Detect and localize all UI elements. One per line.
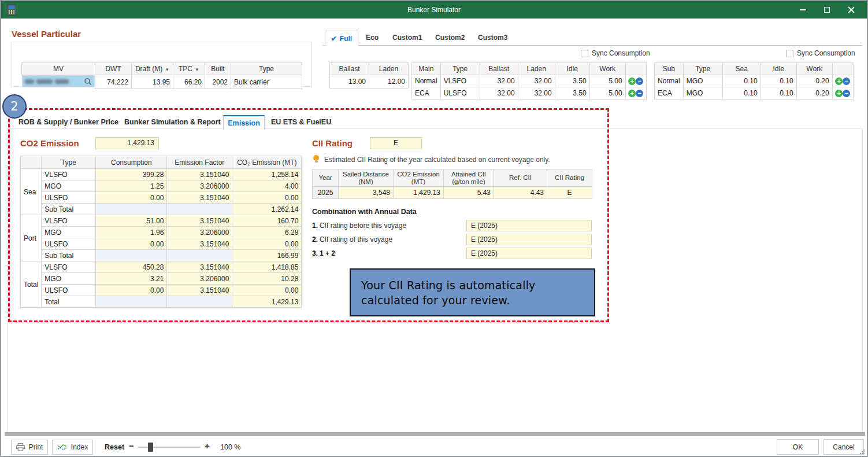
tab-custom2[interactable]: Custom2 [435, 34, 465, 42]
checkmark-icon: ✔ [331, 35, 337, 43]
dropdown-icon[interactable]: ▼ [165, 67, 169, 72]
search-icon[interactable] [84, 78, 92, 86]
tab-bunker-simulation[interactable]: Bunker Simulation & Report [124, 118, 221, 126]
col-dwt: DWT [95, 63, 132, 75]
group-sea: Sea [21, 169, 42, 215]
remove-row-icon[interactable]: − [843, 78, 850, 85]
index-chart-icon [57, 443, 67, 451]
sub-cons-row-normal: Normal MGO 0.10 0.10 0.20 +− [655, 75, 854, 87]
col-type: Type [231, 63, 302, 75]
remove-row-icon[interactable]: − [636, 78, 643, 85]
window-title: Bunker Simulator [1, 1, 867, 19]
maximize-button[interactable] [815, 1, 839, 19]
co2-emission-table: Type Consumption Emission Factor CO₂ Emi… [20, 156, 302, 308]
combination-label-1: 1.CII rating before this voyage [312, 222, 406, 230]
close-button[interactable] [839, 1, 863, 19]
cii-rating-title: CII Rating [312, 138, 353, 148]
vessel-draft: 13.95 [132, 75, 173, 89]
zoom-slider-handle[interactable] [148, 443, 153, 452]
tab-emission[interactable]: Emission [223, 115, 265, 130]
combination-value-3[interactable]: E (2025) [466, 248, 592, 259]
combination-value-2[interactable]: E (2025) [466, 234, 592, 245]
profile-tabs-divider [322, 45, 863, 46]
speed-table: Ballast Laden 13.00 12.00 [329, 62, 409, 89]
cii-attained[interactable]: 5.43 [444, 187, 494, 199]
sub-consumption-table: Sub Type Sea Idle Work Normal MGO 0.10 0… [654, 62, 854, 99]
table-row: Sub Total 1,262.14 [21, 204, 302, 215]
cii-rating-field[interactable]: E [370, 137, 422, 149]
printer-icon [16, 443, 25, 451]
annotation-step-badge: 2 [2, 94, 27, 119]
cii-rating-cell[interactable]: E [547, 187, 592, 199]
lightbulb-icon [313, 155, 319, 164]
tab-eco[interactable]: Eco [366, 34, 379, 42]
sub-cons-row-eca: ECA MGO 0.10 0.10 0.20 +− [655, 87, 854, 99]
combination-label-3: 3.1 + 2 [312, 249, 335, 257]
table-row: ULSFO 0.00 3.151040 0.00 [21, 238, 302, 250]
col-tpc[interactable]: TPC▼ [173, 63, 205, 75]
index-button[interactable]: Index [52, 440, 93, 455]
tab-full[interactable]: ✔ Full [325, 31, 358, 46]
add-row-icon[interactable]: + [628, 78, 636, 85]
dropdown-icon[interactable]: ▼ [195, 67, 199, 72]
ok-button[interactable]: OK [777, 439, 819, 455]
speed-ballast[interactable]: 13.00 [330, 75, 369, 89]
sync-consumption-main[interactable]: Sync Consumption [581, 49, 650, 57]
add-row-icon[interactable]: + [628, 90, 636, 97]
tab-eu-ets[interactable]: EU ETS & FuelEU [271, 118, 331, 126]
reset-button[interactable]: Reset [105, 443, 124, 451]
main-cons-row-eca: ECA ULSFO 32.00 32.00 3.50 5.00 +− [412, 87, 647, 99]
cii-table: Year Sailed Distance (NM) CO2 Emission (… [312, 169, 592, 199]
main-consumption-table: Main Type Ballast Laden Idle Work Normal… [411, 62, 647, 99]
co2-total-field[interactable]: 1,429.13 [95, 137, 159, 149]
cii-year: 2025 [313, 187, 339, 199]
cii-callout: Your CII Rating is automatically calcula… [350, 268, 595, 316]
horizontal-scrollbar[interactable] [5, 432, 865, 436]
tab-custom1[interactable]: Custom1 [392, 34, 422, 42]
resize-grip[interactable] [860, 449, 865, 454]
col-draft[interactable]: Draft (M)▼ [132, 63, 173, 75]
combination-title: Combination with Annual Data [312, 208, 417, 216]
vessel-name-field[interactable] [22, 75, 95, 87]
main-cons-row-normal: Normal VLSFO 32.00 32.00 3.50 5.00 +− [412, 75, 647, 87]
table-row: Port VLSFO 51.00 3.151040 160.70 [21, 215, 302, 227]
remove-row-icon[interactable]: − [843, 90, 850, 97]
cii-sailed-distance[interactable]: 3,548 [339, 187, 394, 199]
vessel-particular-title: Vessel Particular [12, 29, 81, 39]
sync-consumption-sub[interactable]: Sync Consumption [786, 49, 855, 57]
vessel-table: MV DWT Draft (M)▼ TPC▼ Built Type 74,222… [21, 62, 302, 89]
vessel-type: Bulk carrier [231, 75, 302, 89]
table-row: Sub Total 166.99 [21, 250, 302, 261]
zoom-in-icon[interactable]: + [205, 441, 210, 451]
table-row: ULSFO 0.00 3.151040 0.00 [21, 285, 302, 296]
cii-ref[interactable]: 4.43 [494, 187, 547, 199]
tab-rob-supply[interactable]: ROB & Supply / Bunker Price [18, 118, 118, 126]
checkbox-icon[interactable] [786, 50, 793, 57]
add-row-icon[interactable]: + [835, 90, 843, 97]
zoom-out-icon[interactable]: − [129, 441, 134, 451]
table-row: 2025 3,548 1,429.13 5.43 4.43 E [313, 187, 592, 199]
table-row: MGO 1.25 3.206000 4.00 [21, 180, 302, 192]
combination-value-1[interactable]: E (2025) [466, 220, 592, 231]
combination-label-2: 2.CII rating of this voyage [312, 235, 392, 244]
table-row: ULSFO 0.00 3.151040 0.00 [21, 192, 302, 204]
tab-custom3[interactable]: Custom3 [478, 34, 507, 42]
group-total: Total [21, 261, 42, 308]
cii-co2-emission[interactable]: 1,429.13 [394, 187, 444, 199]
cii-tip: Estimated CII Rating of the year calcula… [313, 155, 550, 164]
vessel-built: 2002 [205, 75, 231, 89]
col-mv: MV [22, 63, 95, 75]
remove-row-icon[interactable]: − [636, 90, 643, 97]
table-row: MGO 1.96 3.206000 6.28 [21, 227, 302, 238]
close-icon [848, 6, 855, 13]
checkbox-icon[interactable] [581, 50, 588, 57]
add-row-icon[interactable]: + [835, 78, 843, 85]
zoom-level: 100 % [220, 443, 240, 451]
cancel-button[interactable]: Cancel [824, 439, 864, 455]
minimize-icon [800, 9, 806, 10]
minimize-button[interactable] [791, 1, 815, 19]
vessel-dwt: 74,222 [95, 75, 132, 89]
vessel-name-redacted [25, 79, 69, 84]
print-button[interactable]: Print [11, 440, 48, 455]
speed-laden[interactable]: 12.00 [369, 75, 409, 89]
